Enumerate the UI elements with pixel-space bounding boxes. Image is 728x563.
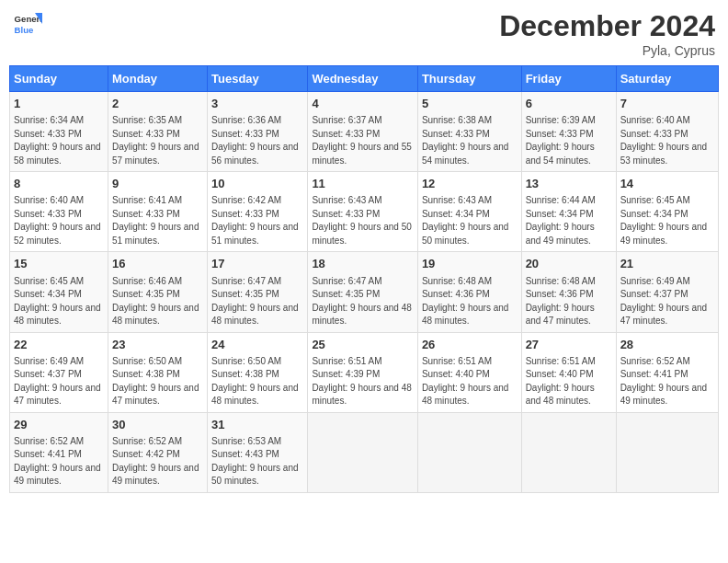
location-subtitle: Pyla, Cyprus: [499, 43, 715, 58]
col-wednesday: Wednesday: [308, 66, 418, 92]
calendar-cell: 9 Sunrise: 6:41 AMSunset: 4:33 PMDayligh…: [108, 172, 207, 252]
calendar-week-row: 29 Sunrise: 6:52 AMSunset: 4:41 PMDaylig…: [10, 412, 719, 492]
day-number: 3: [211, 96, 303, 112]
calendar-cell: 7 Sunrise: 6:40 AMSunset: 4:33 PMDayligh…: [616, 92, 718, 172]
day-number: 4: [312, 96, 414, 112]
cell-info: Sunrise: 6:51 AMSunset: 4:39 PMDaylight:…: [312, 355, 414, 408]
calendar-cell: 1 Sunrise: 6:34 AMSunset: 4:33 PMDayligh…: [10, 92, 108, 172]
day-number: 13: [526, 176, 612, 192]
calendar-cell: 16 Sunrise: 6:46 AMSunset: 4:35 PMDaylig…: [108, 252, 207, 332]
day-number: 8: [14, 176, 104, 192]
calendar-body: 1 Sunrise: 6:34 AMSunset: 4:33 PMDayligh…: [10, 92, 719, 493]
calendar-cell: 12 Sunrise: 6:43 AMSunset: 4:34 PMDaylig…: [417, 172, 521, 252]
day-number: 18: [312, 256, 414, 272]
calendar-cell: 30 Sunrise: 6:52 AMSunset: 4:42 PMDaylig…: [108, 412, 207, 492]
calendar-cell: 31 Sunrise: 6:53 AMSunset: 4:43 PMDaylig…: [208, 412, 308, 492]
day-number: 21: [620, 256, 714, 272]
calendar-table: Sunday Monday Tuesday Wednesday Thursday…: [9, 65, 719, 493]
cell-info: Sunrise: 6:50 AMSunset: 4:38 PMDaylight:…: [112, 355, 203, 408]
main-title: December 2024: [499, 9, 715, 43]
cell-info: Sunrise: 6:38 AMSunset: 4:33 PMDaylight:…: [422, 114, 518, 167]
cell-info: Sunrise: 6:48 AMSunset: 4:36 PMDaylight:…: [526, 275, 612, 328]
cell-info: Sunrise: 6:41 AMSunset: 4:33 PMDaylight:…: [112, 194, 203, 247]
calendar-cell: 23 Sunrise: 6:50 AMSunset: 4:38 PMDaylig…: [108, 332, 207, 412]
calendar-cell: 22 Sunrise: 6:49 AMSunset: 4:37 PMDaylig…: [10, 332, 108, 412]
cell-info: Sunrise: 6:36 AMSunset: 4:33 PMDaylight:…: [211, 114, 303, 167]
cell-info: Sunrise: 6:37 AMSunset: 4:33 PMDaylight:…: [312, 114, 414, 167]
day-number: 25: [312, 337, 414, 353]
cell-info: Sunrise: 6:52 AMSunset: 4:41 PMDaylight:…: [620, 355, 714, 408]
cell-info: Sunrise: 6:49 AMSunset: 4:37 PMDaylight:…: [14, 355, 104, 408]
calendar-cell: 19 Sunrise: 6:48 AMSunset: 4:36 PMDaylig…: [417, 252, 521, 332]
calendar-cell: [616, 412, 718, 492]
calendar-cell: 27 Sunrise: 6:51 AMSunset: 4:40 PMDaylig…: [521, 332, 616, 412]
calendar-cell: 25 Sunrise: 6:51 AMSunset: 4:39 PMDaylig…: [308, 332, 418, 412]
cell-info: Sunrise: 6:43 AMSunset: 4:33 PMDaylight:…: [312, 194, 414, 247]
cell-info: Sunrise: 6:48 AMSunset: 4:36 PMDaylight:…: [422, 275, 518, 328]
calendar-week-row: 22 Sunrise: 6:49 AMSunset: 4:37 PMDaylig…: [10, 332, 719, 412]
day-number: 15: [14, 256, 104, 272]
day-number: 30: [112, 417, 203, 433]
cell-info: Sunrise: 6:49 AMSunset: 4:37 PMDaylight:…: [620, 275, 714, 328]
day-number: 7: [620, 96, 714, 112]
calendar-cell: 15 Sunrise: 6:45 AMSunset: 4:34 PMDaylig…: [10, 252, 108, 332]
cell-info: Sunrise: 6:40 AMSunset: 4:33 PMDaylight:…: [14, 194, 104, 247]
day-number: 17: [211, 256, 303, 272]
calendar-cell: 24 Sunrise: 6:50 AMSunset: 4:38 PMDaylig…: [208, 332, 308, 412]
cell-info: Sunrise: 6:45 AMSunset: 4:34 PMDaylight:…: [620, 194, 714, 247]
col-thursday: Thursday: [417, 66, 521, 92]
cell-info: Sunrise: 6:44 AMSunset: 4:34 PMDaylight:…: [526, 194, 612, 247]
day-number: 14: [620, 176, 714, 192]
cell-info: Sunrise: 6:34 AMSunset: 4:33 PMDaylight:…: [14, 114, 104, 167]
cell-info: Sunrise: 6:51 AMSunset: 4:40 PMDaylight:…: [526, 355, 612, 408]
calendar-cell: 10 Sunrise: 6:42 AMSunset: 4:33 PMDaylig…: [208, 172, 308, 252]
calendar-cell: 4 Sunrise: 6:37 AMSunset: 4:33 PMDayligh…: [308, 92, 418, 172]
calendar-cell: 3 Sunrise: 6:36 AMSunset: 4:33 PMDayligh…: [208, 92, 308, 172]
cell-info: Sunrise: 6:43 AMSunset: 4:34 PMDaylight:…: [422, 194, 518, 247]
cell-info: Sunrise: 6:50 AMSunset: 4:38 PMDaylight:…: [211, 355, 303, 408]
calendar-week-row: 8 Sunrise: 6:40 AMSunset: 4:33 PMDayligh…: [10, 172, 719, 252]
calendar-cell: 18 Sunrise: 6:47 AMSunset: 4:35 PMDaylig…: [308, 252, 418, 332]
cell-info: Sunrise: 6:35 AMSunset: 4:33 PMDaylight:…: [112, 114, 203, 167]
col-tuesday: Tuesday: [208, 66, 308, 92]
day-number: 2: [112, 96, 203, 112]
calendar-cell: 2 Sunrise: 6:35 AMSunset: 4:33 PMDayligh…: [108, 92, 207, 172]
day-number: 26: [422, 337, 518, 353]
calendar-cell: 29 Sunrise: 6:52 AMSunset: 4:41 PMDaylig…: [10, 412, 108, 492]
day-number: 9: [112, 176, 203, 192]
day-number: 31: [211, 417, 303, 433]
calendar-week-row: 15 Sunrise: 6:45 AMSunset: 4:34 PMDaylig…: [10, 252, 719, 332]
day-number: 11: [312, 176, 414, 192]
page-header: General Blue December 2024 Pyla, Cyprus: [9, 9, 719, 58]
cell-info: Sunrise: 6:52 AMSunset: 4:42 PMDaylight:…: [112, 435, 203, 488]
calendar-cell: [308, 412, 418, 492]
calendar-cell: 20 Sunrise: 6:48 AMSunset: 4:36 PMDaylig…: [521, 252, 616, 332]
day-number: 23: [112, 337, 203, 353]
cell-info: Sunrise: 6:47 AMSunset: 4:35 PMDaylight:…: [211, 275, 303, 328]
logo: General Blue: [13, 9, 42, 39]
cell-info: Sunrise: 6:52 AMSunset: 4:41 PMDaylight:…: [14, 435, 104, 488]
col-saturday: Saturday: [616, 66, 718, 92]
calendar-cell: 13 Sunrise: 6:44 AMSunset: 4:34 PMDaylig…: [521, 172, 616, 252]
cell-info: Sunrise: 6:39 AMSunset: 4:33 PMDaylight:…: [526, 114, 612, 167]
calendar-cell: 14 Sunrise: 6:45 AMSunset: 4:34 PMDaylig…: [616, 172, 718, 252]
cell-info: Sunrise: 6:45 AMSunset: 4:34 PMDaylight:…: [14, 275, 104, 328]
day-number: 12: [422, 176, 518, 192]
calendar-cell: 5 Sunrise: 6:38 AMSunset: 4:33 PMDayligh…: [417, 92, 521, 172]
calendar-cell: [521, 412, 616, 492]
logo-icon: General Blue: [13, 9, 42, 39]
day-number: 20: [526, 256, 612, 272]
day-number: 24: [211, 337, 303, 353]
day-number: 22: [14, 337, 104, 353]
day-number: 1: [14, 96, 104, 112]
day-number: 16: [112, 256, 203, 272]
calendar-week-row: 1 Sunrise: 6:34 AMSunset: 4:33 PMDayligh…: [10, 92, 719, 172]
day-number: 6: [526, 96, 612, 112]
calendar-cell: 11 Sunrise: 6:43 AMSunset: 4:33 PMDaylig…: [308, 172, 418, 252]
day-number: 28: [620, 337, 714, 353]
calendar-cell: 6 Sunrise: 6:39 AMSunset: 4:33 PMDayligh…: [521, 92, 616, 172]
svg-text:Blue: Blue: [15, 25, 34, 35]
cell-info: Sunrise: 6:53 AMSunset: 4:43 PMDaylight:…: [211, 435, 303, 488]
calendar-cell: [417, 412, 521, 492]
calendar-cell: 21 Sunrise: 6:49 AMSunset: 4:37 PMDaylig…: [616, 252, 718, 332]
